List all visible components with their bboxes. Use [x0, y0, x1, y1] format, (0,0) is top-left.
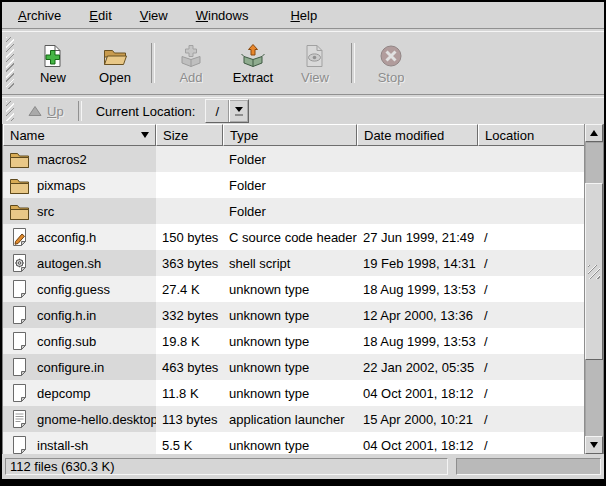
cell-size: 463 bytes	[156, 354, 223, 380]
file-list-area: NameSizeTypeDate modifiedLocation macros…	[2, 124, 604, 454]
table-row[interactable]: gnome-hello.desktop113 bytesapplication …	[3, 406, 584, 432]
column-header-type[interactable]: Type	[223, 124, 357, 146]
sort-indicator-icon	[141, 132, 149, 138]
cell-type: unknown type	[223, 276, 357, 302]
location-bar-drag-handle[interactable]	[6, 101, 14, 121]
stop-icon	[378, 42, 404, 70]
column-header-location[interactable]: Location	[478, 124, 584, 146]
c-source-header-icon	[8, 226, 30, 248]
toolbar-button-label: View	[301, 71, 329, 85]
cell-size	[156, 172, 223, 198]
cell-date	[357, 172, 478, 198]
cell-type: Folder	[223, 146, 357, 172]
launcher-icon	[8, 408, 30, 430]
table-row[interactable]: config.h.in332 bytesunknown type12 Apr 2…	[3, 302, 584, 328]
cell-date: 19 Feb 1998, 14:31	[357, 250, 478, 276]
table-row[interactable]: configure.in463 bytesunknown type22 Jan …	[3, 354, 584, 380]
file-name: config.guess	[37, 282, 110, 297]
cell-type: unknown type	[223, 328, 357, 354]
menu-item-archive[interactable]: Archive	[8, 4, 71, 27]
document-icon	[8, 356, 30, 378]
toolbar-button-view: View	[287, 37, 343, 89]
toolbar-drag-handle[interactable]	[6, 37, 14, 89]
menu-item-help[interactable]: Help	[280, 4, 327, 27]
cell-name: acconfig.h	[3, 224, 156, 250]
cell-size: 19.8 K	[156, 328, 223, 354]
location-combobox-value: /	[206, 100, 229, 122]
table-row[interactable]: config.guess27.4 Kunknown type18 Aug 199…	[3, 276, 584, 302]
application-window: ArchiveEditViewWindowsHelp NewOpenAddExt…	[2, 2, 604, 479]
scrollbar-thumb[interactable]	[585, 183, 603, 360]
table-row[interactable]: config.sub19.8 Kunknown type18 Aug 1999,…	[3, 328, 584, 354]
cell-type: unknown type	[223, 302, 357, 328]
combobox-dropdown-icon[interactable]	[229, 100, 248, 122]
menu-item-edit[interactable]: Edit	[79, 4, 121, 27]
cell-size: 113 bytes	[156, 406, 223, 432]
cell-name: pixmaps	[3, 172, 156, 198]
cell-type: Folder	[223, 172, 357, 198]
cell-date	[357, 198, 478, 224]
cell-location: /	[478, 276, 584, 302]
column-header-date-modified[interactable]: Date modified	[357, 124, 478, 146]
toolbar-buttons: NewOpenAddExtractViewStop	[22, 37, 422, 89]
cell-type: application launcher	[223, 406, 357, 432]
cell-name: autogen.sh	[3, 250, 156, 276]
add-files-icon	[178, 42, 204, 70]
file-list-viewport: NameSizeTypeDate modifiedLocation macros…	[3, 124, 584, 454]
scroll-up-icon	[590, 130, 598, 136]
table-row[interactable]: pixmapsFolder	[3, 172, 584, 198]
cell-type: shell script	[223, 250, 357, 276]
cell-size	[156, 146, 223, 172]
table-row[interactable]: macros2Folder	[3, 146, 584, 172]
location-combobox[interactable]: /	[205, 99, 249, 123]
toolbar-button-add: Add	[163, 37, 219, 89]
document-icon	[8, 434, 30, 454]
scrollbar-grip-icon	[588, 265, 600, 279]
cell-name: depcomp	[3, 380, 156, 406]
file-name: config.sub	[37, 334, 96, 349]
cell-date: 18 Aug 1999, 13:53	[357, 276, 478, 302]
file-name: gnome-hello.desktop	[37, 412, 156, 427]
cell-location: /	[478, 250, 584, 276]
file-name: acconfig.h	[37, 230, 96, 245]
column-header-name[interactable]: Name	[3, 124, 156, 146]
cell-name: configure.in	[3, 354, 156, 380]
column-header-size[interactable]: Size	[156, 124, 223, 146]
table-row[interactable]: install-sh5.5 Kunknown type04 Oct 2001, …	[3, 432, 584, 454]
scroll-up-button[interactable]	[585, 124, 603, 142]
table-row[interactable]: acconfig.h150 bytesC source code header2…	[3, 224, 584, 250]
file-name: install-sh	[37, 438, 88, 453]
cell-date: 18 Aug 1999, 13:53	[357, 328, 478, 354]
location-bar: Up Current Location: /	[2, 98, 604, 124]
table-row[interactable]: srcFolder	[3, 198, 584, 224]
cell-name: gnome-hello.desktop	[3, 406, 156, 432]
menu-item-view[interactable]: View	[130, 4, 178, 27]
cell-name: config.guess	[3, 276, 156, 302]
cell-location	[478, 172, 584, 198]
document-icon	[8, 330, 30, 352]
column-header-label: Name	[10, 128, 45, 143]
vertical-scrollbar[interactable]	[584, 124, 603, 454]
file-name: autogen.sh	[37, 256, 101, 271]
cell-name: config.sub	[3, 328, 156, 354]
cell-type: unknown type	[223, 380, 357, 406]
column-header-label: Type	[230, 128, 258, 143]
cell-name: macros2	[3, 146, 156, 172]
cell-location: /	[478, 328, 584, 354]
up-button: Up	[22, 102, 70, 121]
table-row[interactable]: autogen.sh363 bytesshell script19 Feb 19…	[3, 250, 584, 276]
folder-icon	[8, 148, 30, 170]
toolbar-button-extract[interactable]: Extract	[225, 37, 281, 89]
table-row[interactable]: depcomp11.8 Kunknown type04 Oct 2001, 18…	[3, 380, 584, 406]
scroll-down-button[interactable]	[585, 436, 603, 454]
document-icon	[8, 304, 30, 326]
scrollbar-track[interactable]	[585, 142, 603, 436]
cell-date: 15 Apr 2000, 10:21	[357, 406, 478, 432]
status-message: 112 files (630.3 K)	[10, 459, 115, 474]
toolbar-button-new[interactable]: New	[25, 37, 81, 89]
toolbar-button-open[interactable]: Open	[87, 37, 143, 89]
menu-item-windows[interactable]: Windows	[186, 4, 259, 27]
cell-size: 27.4 K	[156, 276, 223, 302]
shell-script-icon	[8, 252, 30, 274]
cell-date	[357, 146, 478, 172]
